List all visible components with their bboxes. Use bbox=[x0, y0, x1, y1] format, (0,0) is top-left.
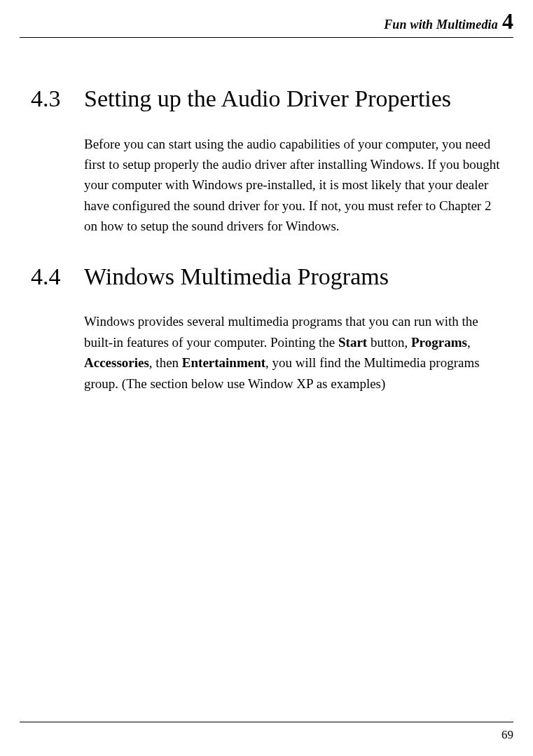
body-text-bold-accessories: Accessories bbox=[84, 355, 149, 370]
body-text-bold-programs: Programs bbox=[411, 335, 467, 350]
body-text-bold-entertainment: Entertainment bbox=[182, 355, 265, 370]
section-title: Windows Multimedia Programs bbox=[84, 262, 389, 292]
section-body-4-4: Windows provides several multimedia prog… bbox=[84, 311, 506, 394]
body-text-part: , bbox=[467, 335, 471, 350]
section-title: Setting up the Audio Driver Properties bbox=[84, 84, 451, 114]
body-text-part: button, bbox=[367, 335, 411, 350]
body-text-bold-start: Start bbox=[338, 335, 367, 350]
body-text-part: , then bbox=[149, 355, 182, 370]
section-heading-4-4: 4.4 Windows Multimedia Programs bbox=[31, 262, 506, 292]
chapter-title-text: Fun with Multimedia bbox=[384, 18, 498, 32]
section-number: 4.3 bbox=[31, 85, 84, 112]
section-heading-4-3: 4.3 Setting up the Audio Driver Properti… bbox=[31, 84, 506, 114]
page-header: Fun with Multimedia 4 bbox=[20, 8, 513, 38]
section-number: 4.4 bbox=[31, 263, 84, 290]
page-content: 4.3 Setting up the Audio Driver Properti… bbox=[20, 84, 513, 394]
chapter-number: 4 bbox=[502, 8, 513, 34]
section-body-4-3: Before you can start using the audio cap… bbox=[84, 134, 506, 237]
page-number: 69 bbox=[501, 728, 513, 741]
body-text-part: Before you can start using the audio cap… bbox=[84, 137, 500, 234]
page-footer: 69 bbox=[20, 722, 513, 742]
